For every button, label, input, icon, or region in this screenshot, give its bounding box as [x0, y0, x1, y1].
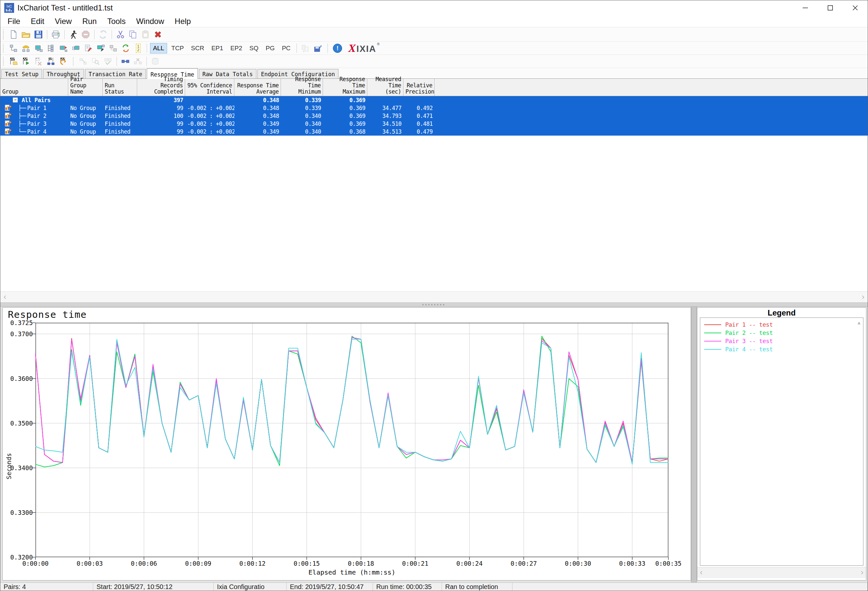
renumber-pairs-icon[interactable]: 1 2 — [133, 43, 144, 54]
mode-button-ep2[interactable]: EP2 — [227, 43, 245, 53]
column-header-response_time_maximum[interactable]: Response Time Maximum — [323, 79, 368, 96]
menu-help[interactable]: Help — [170, 15, 196, 27]
x-tick-label: 0:00:27 — [506, 560, 542, 567]
link-pairs-icon[interactable] — [120, 56, 131, 67]
connect-endpoints-icon[interactable] — [77, 56, 89, 67]
cell-response_time_maximum: 0.369 — [323, 96, 368, 104]
run-test-icon[interactable] — [68, 29, 79, 40]
table-row[interactable]: └──Pair 4No GroupFinished99-0.002 : +0.0… — [0, 128, 868, 136]
table-row[interactable]: −All Pairs3970.3480.3390.369 — [0, 96, 868, 104]
x-tick-label: 0:00:09 — [180, 560, 216, 567]
column-header-pair_group_name[interactable]: Pair Group Name — [68, 79, 103, 96]
open-test-icon[interactable] — [20, 29, 31, 40]
column-header-response_time_average[interactable]: Response Time Average — [235, 79, 281, 96]
toolbar-grip[interactable] — [3, 57, 4, 66]
add-pair-icon[interactable] — [8, 43, 19, 54]
pane-divider[interactable] — [691, 307, 697, 582]
collapse-icon[interactable]: − — [13, 98, 18, 102]
edit-pair-icon[interactable] — [83, 43, 94, 54]
scroll-left-icon[interactable]: ‹ — [4, 292, 6, 301]
column-header-group[interactable]: Group — [0, 79, 68, 96]
print-icon[interactable] — [50, 29, 61, 40]
menu-run[interactable]: Run — [77, 15, 102, 27]
legend-line-sample — [704, 349, 721, 350]
new-test-icon[interactable] — [8, 29, 19, 40]
abort-run-icon[interactable] — [33, 56, 44, 67]
tree-branch-icon: └── — [18, 129, 25, 135]
menu-edit[interactable]: Edit — [26, 15, 50, 27]
menu-view[interactable]: View — [50, 15, 77, 27]
save-test-icon[interactable] — [33, 29, 44, 40]
column-header-measured_time_sec[interactable]: Measured Time (sec) — [368, 79, 403, 96]
run-report-icon[interactable] — [58, 56, 69, 67]
add-hardware-multicast-icon[interactable] — [70, 43, 81, 54]
scroll-right-icon[interactable]: › — [861, 568, 864, 577]
add-multiple-pairs-icon[interactable] — [45, 43, 56, 54]
compare-runs-icon[interactable] — [20, 56, 31, 67]
add-video-multicast-icon[interactable] — [58, 43, 69, 54]
poll-endpoints-icon[interactable] — [90, 56, 101, 67]
close-button[interactable] — [843, 0, 868, 15]
table-row[interactable]: ├──Pair 3No GroupFinished99-0.002 : +0.0… — [0, 120, 868, 128]
add-voip-pair-icon[interactable] — [20, 43, 31, 54]
scroll-right-icon[interactable]: › — [862, 292, 864, 301]
info-icon[interactable]: ! — [332, 43, 343, 54]
mode-button-sq[interactable]: SQ — [247, 43, 261, 53]
save-results-icon[interactable] — [312, 43, 323, 54]
column-header-response_time_minimum[interactable]: Response Time Minimum — [281, 79, 323, 96]
horizontal-scrollbar[interactable]: ‹ › — [0, 291, 868, 302]
mode-button-pc[interactable]: PC — [279, 43, 294, 53]
legend-item[interactable]: Pair 3 -- test — [701, 337, 862, 345]
multi-run-icon[interactable] — [45, 56, 56, 67]
column-header-run_status[interactable]: Run Status — [103, 79, 137, 96]
column-header-timing_records_completed[interactable]: Timing Records Completed — [137, 79, 185, 96]
status-segment-2: Start: 2019/5/27, 10:50:12 — [93, 583, 214, 591]
x-tick-label: 0:00:35 — [650, 560, 686, 567]
tab-test-setup[interactable]: Test Setup — [1, 69, 42, 78]
archive-results-icon[interactable] — [150, 56, 161, 67]
legend-item[interactable]: Pair 4 -- test — [701, 345, 862, 353]
toolbar-grip[interactable] — [3, 44, 4, 53]
paste-icon[interactable] — [140, 29, 151, 40]
add-video-pair-icon[interactable] — [33, 43, 44, 54]
cut-icon[interactable] — [115, 29, 126, 40]
verify-endpoints-icon[interactable] — [102, 56, 114, 67]
menu-window[interactable]: Window — [131, 15, 170, 27]
table-row[interactable]: ├──Pair 2No GroupFinished100-0.002 : +0.… — [0, 112, 868, 120]
tab-raw-data-totals[interactable]: Raw Data Totals — [199, 69, 257, 78]
legend-item[interactable]: Pair 2 -- test — [701, 329, 862, 337]
mode-button-all[interactable]: ALL — [150, 43, 167, 53]
column-header-relative_precision[interactable]: Relative Precision — [403, 79, 435, 96]
legend-item[interactable]: Pair 1 -- test — [701, 321, 862, 329]
series-line-pair-4 — [35, 339, 669, 464]
unlink-pairs-icon[interactable] — [132, 56, 143, 67]
toolbar-separator — [112, 30, 112, 39]
scroll-up-icon[interactable]: ▲ — [856, 320, 861, 325]
mode-button-pg[interactable]: PG — [263, 43, 278, 53]
x-tick-label: 0:00:30 — [560, 560, 596, 567]
swap-endpoints-icon[interactable] — [120, 43, 131, 54]
run-options-icon[interactable] — [8, 56, 19, 67]
mode-button-ep1[interactable]: EP1 — [208, 43, 226, 53]
copy-run-icon[interactable] — [300, 43, 311, 54]
menu-tools[interactable]: Tools — [102, 15, 131, 27]
mode-button-tcp[interactable]: TCP — [168, 43, 187, 53]
column-header-confidence_interval[interactable]: 95% Confidence Interval — [185, 79, 235, 96]
mode-button-scr[interactable]: SCR — [188, 43, 207, 53]
edit-video-pair-icon[interactable] — [95, 43, 106, 54]
scroll-left-icon[interactable]: ‹ — [700, 568, 703, 577]
table-row[interactable]: ├──Pair 1No GroupFinished99-0.002 : +0.0… — [0, 104, 868, 112]
pane-splitter[interactable] — [0, 302, 868, 307]
replicate-pair-icon[interactable] — [108, 43, 119, 54]
ixia-logo-mark: X — [348, 42, 356, 55]
menu-file[interactable]: File — [2, 15, 26, 27]
rerun-test-icon[interactable] — [97, 29, 109, 40]
minimize-button[interactable] — [793, 0, 818, 15]
delete-icon[interactable] — [152, 29, 164, 40]
maximize-button[interactable] — [818, 0, 843, 15]
stop-test-icon[interactable] — [80, 29, 91, 40]
copy-icon[interactable] — [127, 29, 139, 40]
legend-horizontal-scrollbar[interactable]: ‹ › — [697, 567, 866, 578]
y-tick-label: 0.3725 — [4, 319, 33, 327]
toolbar-grip[interactable] — [3, 29, 4, 39]
